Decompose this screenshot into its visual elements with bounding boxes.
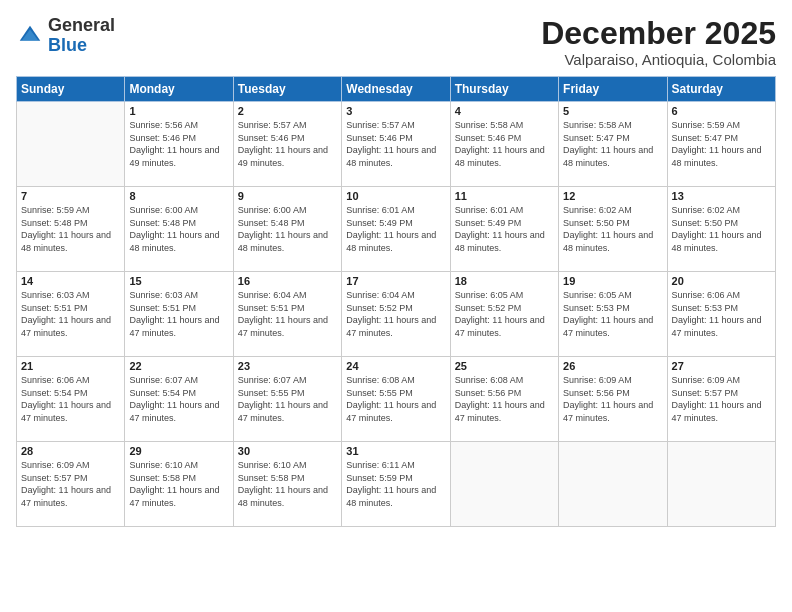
day-number: 30: [238, 445, 337, 457]
table-row: 11Sunrise: 6:01 AM Sunset: 5:49 PM Dayli…: [450, 187, 558, 272]
table-row: 13Sunrise: 6:02 AM Sunset: 5:50 PM Dayli…: [667, 187, 775, 272]
cell-info: Sunrise: 6:06 AM Sunset: 5:54 PM Dayligh…: [21, 374, 120, 424]
table-row: 24Sunrise: 6:08 AM Sunset: 5:55 PM Dayli…: [342, 357, 450, 442]
cell-info: Sunrise: 5:57 AM Sunset: 5:46 PM Dayligh…: [238, 119, 337, 169]
cell-info: Sunrise: 6:06 AM Sunset: 5:53 PM Dayligh…: [672, 289, 771, 339]
cell-info: Sunrise: 6:05 AM Sunset: 5:53 PM Dayligh…: [563, 289, 662, 339]
table-row: 22Sunrise: 6:07 AM Sunset: 5:54 PM Dayli…: [125, 357, 233, 442]
table-row: 17Sunrise: 6:04 AM Sunset: 5:52 PM Dayli…: [342, 272, 450, 357]
day-number: 31: [346, 445, 445, 457]
calendar-week-row: 21Sunrise: 6:06 AM Sunset: 5:54 PM Dayli…: [17, 357, 776, 442]
cell-info: Sunrise: 6:05 AM Sunset: 5:52 PM Dayligh…: [455, 289, 554, 339]
col-sunday: Sunday: [17, 77, 125, 102]
header-row: General Blue December 2025 Valparaiso, A…: [16, 16, 776, 68]
cell-info: Sunrise: 6:01 AM Sunset: 5:49 PM Dayligh…: [346, 204, 445, 254]
cell-info: Sunrise: 5:58 AM Sunset: 5:46 PM Dayligh…: [455, 119, 554, 169]
cell-info: Sunrise: 5:57 AM Sunset: 5:46 PM Dayligh…: [346, 119, 445, 169]
col-friday: Friday: [559, 77, 667, 102]
table-row: [17, 102, 125, 187]
calendar-table: Sunday Monday Tuesday Wednesday Thursday…: [16, 76, 776, 527]
day-number: 28: [21, 445, 120, 457]
table-row: 20Sunrise: 6:06 AM Sunset: 5:53 PM Dayli…: [667, 272, 775, 357]
month-title: December 2025: [541, 16, 776, 51]
cell-info: Sunrise: 6:04 AM Sunset: 5:52 PM Dayligh…: [346, 289, 445, 339]
table-row: 27Sunrise: 6:09 AM Sunset: 5:57 PM Dayli…: [667, 357, 775, 442]
cell-info: Sunrise: 6:04 AM Sunset: 5:51 PM Dayligh…: [238, 289, 337, 339]
table-row: 1Sunrise: 5:56 AM Sunset: 5:46 PM Daylig…: [125, 102, 233, 187]
col-tuesday: Tuesday: [233, 77, 341, 102]
cell-info: Sunrise: 6:09 AM Sunset: 5:57 PM Dayligh…: [21, 459, 120, 509]
day-number: 10: [346, 190, 445, 202]
day-number: 17: [346, 275, 445, 287]
day-number: 7: [21, 190, 120, 202]
table-row: 16Sunrise: 6:04 AM Sunset: 5:51 PM Dayli…: [233, 272, 341, 357]
cell-info: Sunrise: 6:03 AM Sunset: 5:51 PM Dayligh…: [129, 289, 228, 339]
table-row: 12Sunrise: 6:02 AM Sunset: 5:50 PM Dayli…: [559, 187, 667, 272]
day-number: 25: [455, 360, 554, 372]
table-row: 3Sunrise: 5:57 AM Sunset: 5:46 PM Daylig…: [342, 102, 450, 187]
table-row: 4Sunrise: 5:58 AM Sunset: 5:46 PM Daylig…: [450, 102, 558, 187]
location-title: Valparaiso, Antioquia, Colombia: [541, 51, 776, 68]
cell-info: Sunrise: 6:02 AM Sunset: 5:50 PM Dayligh…: [672, 204, 771, 254]
day-number: 1: [129, 105, 228, 117]
calendar-week-row: 14Sunrise: 6:03 AM Sunset: 5:51 PM Dayli…: [17, 272, 776, 357]
table-row: 18Sunrise: 6:05 AM Sunset: 5:52 PM Dayli…: [450, 272, 558, 357]
calendar-week-row: 28Sunrise: 6:09 AM Sunset: 5:57 PM Dayli…: [17, 442, 776, 527]
cell-info: Sunrise: 5:59 AM Sunset: 5:48 PM Dayligh…: [21, 204, 120, 254]
day-number: 27: [672, 360, 771, 372]
col-wednesday: Wednesday: [342, 77, 450, 102]
day-number: 21: [21, 360, 120, 372]
cell-info: Sunrise: 6:07 AM Sunset: 5:55 PM Dayligh…: [238, 374, 337, 424]
cell-info: Sunrise: 6:11 AM Sunset: 5:59 PM Dayligh…: [346, 459, 445, 509]
day-number: 4: [455, 105, 554, 117]
table-row: 6Sunrise: 5:59 AM Sunset: 5:47 PM Daylig…: [667, 102, 775, 187]
day-number: 29: [129, 445, 228, 457]
day-number: 14: [21, 275, 120, 287]
table-row: 19Sunrise: 6:05 AM Sunset: 5:53 PM Dayli…: [559, 272, 667, 357]
day-number: 20: [672, 275, 771, 287]
day-number: 6: [672, 105, 771, 117]
title-block: December 2025 Valparaiso, Antioquia, Col…: [541, 16, 776, 68]
day-number: 16: [238, 275, 337, 287]
day-number: 26: [563, 360, 662, 372]
table-row: 21Sunrise: 6:06 AM Sunset: 5:54 PM Dayli…: [17, 357, 125, 442]
table-row: [667, 442, 775, 527]
table-row: 29Sunrise: 6:10 AM Sunset: 5:58 PM Dayli…: [125, 442, 233, 527]
day-number: 8: [129, 190, 228, 202]
day-number: 19: [563, 275, 662, 287]
cell-info: Sunrise: 5:59 AM Sunset: 5:47 PM Dayligh…: [672, 119, 771, 169]
calendar-week-row: 1Sunrise: 5:56 AM Sunset: 5:46 PM Daylig…: [17, 102, 776, 187]
cell-info: Sunrise: 6:10 AM Sunset: 5:58 PM Dayligh…: [238, 459, 337, 509]
cell-info: Sunrise: 6:09 AM Sunset: 5:57 PM Dayligh…: [672, 374, 771, 424]
table-row: 15Sunrise: 6:03 AM Sunset: 5:51 PM Dayli…: [125, 272, 233, 357]
day-number: 11: [455, 190, 554, 202]
table-row: [450, 442, 558, 527]
table-row: 8Sunrise: 6:00 AM Sunset: 5:48 PM Daylig…: [125, 187, 233, 272]
cell-info: Sunrise: 6:00 AM Sunset: 5:48 PM Dayligh…: [129, 204, 228, 254]
cell-info: Sunrise: 6:00 AM Sunset: 5:48 PM Dayligh…: [238, 204, 337, 254]
calendar-header-row: Sunday Monday Tuesday Wednesday Thursday…: [17, 77, 776, 102]
day-number: 18: [455, 275, 554, 287]
cell-info: Sunrise: 6:08 AM Sunset: 5:55 PM Dayligh…: [346, 374, 445, 424]
day-number: 24: [346, 360, 445, 372]
day-number: 23: [238, 360, 337, 372]
table-row: 14Sunrise: 6:03 AM Sunset: 5:51 PM Dayli…: [17, 272, 125, 357]
day-number: 15: [129, 275, 228, 287]
col-saturday: Saturday: [667, 77, 775, 102]
calendar-week-row: 7Sunrise: 5:59 AM Sunset: 5:48 PM Daylig…: [17, 187, 776, 272]
day-number: 12: [563, 190, 662, 202]
day-number: 5: [563, 105, 662, 117]
table-row: 5Sunrise: 5:58 AM Sunset: 5:47 PM Daylig…: [559, 102, 667, 187]
table-row: 10Sunrise: 6:01 AM Sunset: 5:49 PM Dayli…: [342, 187, 450, 272]
table-row: 31Sunrise: 6:11 AM Sunset: 5:59 PM Dayli…: [342, 442, 450, 527]
cell-info: Sunrise: 6:08 AM Sunset: 5:56 PM Dayligh…: [455, 374, 554, 424]
table-row: 26Sunrise: 6:09 AM Sunset: 5:56 PM Dayli…: [559, 357, 667, 442]
col-thursday: Thursday: [450, 77, 558, 102]
day-number: 2: [238, 105, 337, 117]
cell-info: Sunrise: 6:01 AM Sunset: 5:49 PM Dayligh…: [455, 204, 554, 254]
table-row: 25Sunrise: 6:08 AM Sunset: 5:56 PM Dayli…: [450, 357, 558, 442]
table-row: 28Sunrise: 6:09 AM Sunset: 5:57 PM Dayli…: [17, 442, 125, 527]
table-row: 23Sunrise: 6:07 AM Sunset: 5:55 PM Dayli…: [233, 357, 341, 442]
logo: General Blue: [16, 16, 115, 56]
day-number: 13: [672, 190, 771, 202]
